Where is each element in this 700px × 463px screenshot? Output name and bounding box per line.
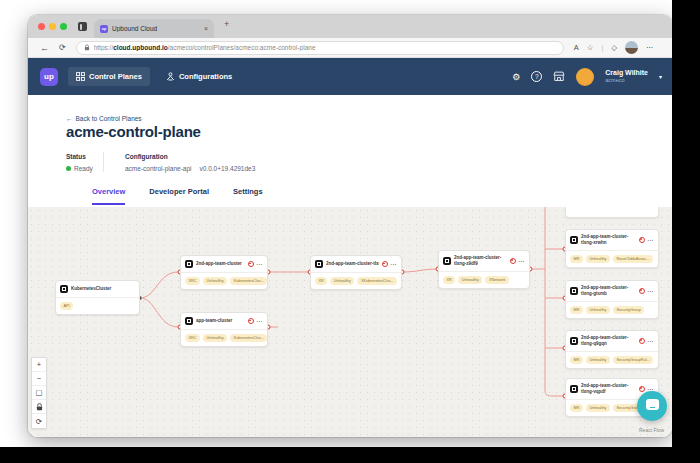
node-badge: Unhealthy — [586, 306, 610, 314]
node-badge: Unhealthy — [203, 334, 227, 342]
minimize-window-button[interactable] — [49, 23, 56, 30]
configuration-block: Configuration acme-control-plane-api v0.… — [125, 153, 255, 172]
node-menu-icon[interactable]: ··· — [648, 237, 655, 243]
url-scheme: https:// — [94, 44, 114, 51]
node-badge: MR — [570, 356, 583, 364]
tab-overview[interactable]: Overview — [92, 187, 125, 205]
error-status-icon — [639, 288, 645, 294]
node-badge: Unhealthy — [330, 277, 354, 285]
graph-node[interactable]: app-team-cluster···XRCUnhealthyKubernete… — [180, 312, 268, 347]
ssl-lock-icon — [84, 44, 90, 51]
main-nav: Control PlanesConfigurations — [68, 67, 240, 86]
node-title: 2nd-app-team-cluster-tlxng-gtsmb — [581, 285, 636, 297]
node-badge: SecurityGroup — [613, 306, 644, 314]
configuration-version: v0.0.0+19.4291de3 — [199, 165, 255, 172]
node-menu-icon[interactable]: ··· — [648, 288, 655, 294]
back-arrow-icon: ← — [66, 115, 73, 122]
graph-node[interactable]: 2nd-app-team-cluster-tlxng-q9gqn···MRUnh… — [565, 330, 659, 369]
graph-node[interactable]: 2nd-app-team-cluster···XRCUnhealthyKuber… — [180, 255, 268, 290]
fit-view-button[interactable]: ▢ — [32, 386, 46, 400]
nav-item-configurations[interactable]: Configurations — [158, 67, 240, 86]
new-tab-button[interactable]: + — [224, 19, 229, 29]
graph-node[interactable]: 2nd-app-team-cluster-tlxng-z9df9···XRUnh… — [438, 250, 530, 289]
user-name: Craig Wilhite — [605, 69, 648, 77]
node-badge: Unhealthy — [586, 356, 610, 364]
sidebar-toggle-icon[interactable] — [78, 22, 87, 31]
node-menu-icon[interactable]: ··· — [257, 261, 264, 267]
grid-icon — [76, 72, 85, 81]
browser-window: up Upbound Cloud × + ← ⟳ https://cloud.u… — [28, 15, 672, 437]
zoom-out-button[interactable]: − — [32, 372, 46, 386]
maximize-window-button[interactable] — [60, 23, 67, 30]
marketplace-icon[interactable] — [553, 71, 565, 82]
node-badge: Unhealthy — [586, 404, 610, 412]
status-value: Ready — [74, 165, 93, 172]
read-aloud-icon[interactable]: A — [574, 43, 579, 52]
node-menu-icon[interactable]: ··· — [391, 261, 398, 267]
user-avatar[interactable] — [576, 68, 594, 86]
graph-node[interactable]: 2nd-app-team-cluster-tlxng···XRUnhealthy… — [310, 255, 402, 290]
upbound-logo[interactable]: up — [40, 68, 58, 86]
resource-icon — [315, 260, 323, 268]
graph-canvas[interactable]: KubernetesClusterAPI2nd-app-team-cluster… — [28, 207, 672, 437]
url-text: https://cloud.upbound.io/acmeco/controlP… — [94, 44, 316, 51]
error-status-icon — [639, 237, 645, 243]
configuration-name[interactable]: acme-control-plane-api — [125, 165, 191, 172]
graph-node[interactable]: 2nd-app-team-cluster-tlxng-xrwhn···MRUnh… — [565, 229, 659, 268]
node-badge: KubernetesClus... — [230, 334, 267, 342]
tab-settings[interactable]: Settings — [233, 187, 263, 205]
node-header: 2nd-app-team-cluster-tlxng-xrwhn··· — [566, 230, 658, 251]
address-bar[interactable]: https://cloud.upbound.io/acmeco/controlP… — [76, 41, 564, 55]
close-window-button[interactable] — [38, 23, 45, 30]
header-right: ⚙ ? Craig Wilhite acmeco ▾ — [512, 58, 662, 95]
user-org: acmeco — [605, 77, 648, 84]
chevron-down-icon[interactable]: ▾ — [659, 73, 662, 80]
tab-close-icon[interactable]: × — [204, 25, 208, 32]
refresh-button[interactable]: ⟳ — [32, 414, 46, 428]
back-to-control-planes-link[interactable]: ← Back to Control Planes — [66, 115, 142, 122]
nav-item-label: Control Planes — [89, 72, 142, 81]
node-badge: SecurityGroupRul... — [613, 356, 653, 364]
tab-developer-portal[interactable]: Developer Portal — [149, 187, 209, 205]
canvas-controls: +−▢⟳ — [31, 357, 47, 429]
node-badge: XRC — [185, 277, 200, 285]
resource-icon — [185, 317, 193, 325]
node-menu-icon[interactable]: ··· — [519, 258, 526, 264]
graph-node[interactable]: 2nd-app-team-cluster-tlxng-gtsmb···MRUnh… — [565, 280, 659, 319]
help-icon[interactable]: ? — [531, 71, 542, 82]
zoom-in-button[interactable]: + — [32, 358, 46, 372]
graph-node[interactable]: KubernetesClusterAPI — [55, 280, 140, 315]
favorites-star-icon[interactable]: ☆ — [587, 43, 594, 52]
browser-tab[interactable]: up Upbound Cloud × — [94, 19, 214, 38]
graph-node-partial[interactable] — [565, 207, 659, 218]
node-title: 2nd-app-team-cluster — [196, 261, 245, 267]
node-badge: XRC — [185, 334, 200, 342]
node-header: KubernetesCluster — [56, 281, 139, 298]
node-header: app-team-cluster··· — [181, 313, 267, 330]
chat-widget-button[interactable] — [637, 391, 667, 421]
collections-icon[interactable]: ◇ — [611, 43, 617, 52]
browser-menu-icon[interactable]: ⋯ — [646, 43, 654, 52]
browser-profile-avatar[interactable] — [625, 41, 638, 54]
configuration-label: Configuration — [125, 153, 255, 160]
node-title: 2nd-app-team-cluster-tlxng-vqpdf — [581, 383, 636, 395]
error-status-icon — [248, 261, 254, 267]
url-host: cloud.upbound.io — [113, 44, 168, 51]
node-header: 2nd-app-team-cluster-tlxng-q9gqn··· — [566, 331, 658, 352]
node-menu-icon[interactable]: ··· — [257, 318, 264, 324]
react-flow-attribution[interactable]: React Flow — [639, 427, 664, 433]
lock-button[interactable] — [32, 400, 46, 414]
refresh-button[interactable]: ⟳ — [59, 43, 66, 52]
back-button[interactable]: ← — [40, 43, 49, 53]
settings-gear-icon[interactable]: ⚙ — [512, 72, 520, 82]
resource-icon — [570, 385, 578, 393]
resource-icon — [185, 260, 193, 268]
nav-item-control-planes[interactable]: Control Planes — [68, 67, 150, 86]
node-badge: Unhealthy — [586, 255, 610, 263]
node-title: app-team-cluster — [196, 318, 245, 324]
node-badge: MR — [570, 255, 583, 263]
node-menu-icon[interactable]: ··· — [648, 338, 655, 344]
node-title: 2nd-app-team-cluster-tlxng-xrwhn — [581, 234, 636, 246]
node-badges: MRUnhealthySecurityGroupRul... — [566, 352, 658, 368]
error-status-icon — [382, 261, 388, 267]
